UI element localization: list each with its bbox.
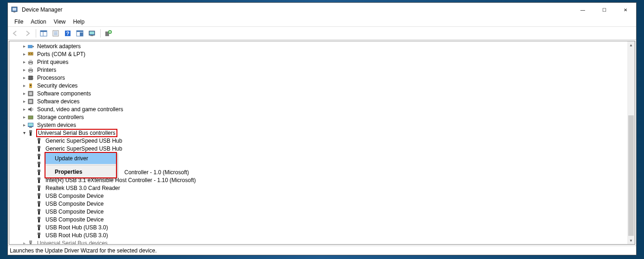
printer-icon: [27, 58, 34, 66]
tree-item-usb-device[interactable]: USB Composite Device: [9, 192, 627, 200]
svg-rect-77: [29, 240, 32, 243]
chevron-right-icon[interactable]: ▸: [21, 122, 27, 127]
chevron-right-icon[interactable]: ▸: [21, 91, 27, 96]
scroll-up-icon[interactable]: ▲: [627, 41, 635, 49]
tree-item-label: Realtek USB 3.0 Card Reader: [45, 185, 121, 191]
device-tree[interactable]: ▸ Network adapters ▸ Ports (COM & LPT) ▸…: [9, 41, 627, 244]
tree-item-ports[interactable]: ▸ Ports (COM & LPT): [9, 50, 627, 58]
tree-item-storage[interactable]: ▸ Storage controllers: [9, 113, 627, 121]
usb-icon: [35, 137, 43, 145]
tree-item-usb-device[interactable]: Generic SuperSpeed USB Hub: [9, 137, 627, 145]
software-icon: [27, 98, 34, 105]
svg-rect-26: [29, 60, 32, 62]
svg-rect-57: [38, 162, 40, 164]
svg-rect-59: [38, 170, 40, 172]
help-button[interactable]: ?: [62, 28, 73, 38]
svg-rect-30: [29, 71, 32, 72]
chevron-right-icon[interactable]: ▸: [21, 114, 27, 120]
tree-item-software-devices[interactable]: ▸ Software devices: [9, 97, 627, 105]
usb-icon: [35, 192, 43, 200]
usb-icon: [35, 145, 43, 152]
context-menu-update-driver[interactable]: Update driver: [45, 153, 116, 164]
svg-rect-66: [38, 196, 40, 199]
svg-rect-75: [38, 233, 40, 235]
menu-file[interactable]: File: [11, 18, 27, 26]
svg-rect-51: [38, 138, 40, 140]
tree-item-label: USB Root Hub (USB 3.0): [45, 224, 109, 231]
chevron-right-icon[interactable]: ▸: [21, 51, 27, 57]
chevron-right-icon[interactable]: ▸: [21, 44, 27, 49]
show-hide-button[interactable]: [38, 28, 49, 38]
tree-item-printers[interactable]: ▸ Printers: [9, 66, 627, 74]
tree-pane: ▸ Network adapters ▸ Ports (COM & LPT) ▸…: [9, 41, 635, 245]
menu-view[interactable]: View: [50, 18, 70, 26]
tree-item-usb-device[interactable]: USB Root Hub (USB 3.0): [9, 223, 627, 231]
tree-item-usb-devices[interactable]: ▸ Universal Serial Bus devices: [9, 239, 627, 244]
add-hardware-button[interactable]: [103, 28, 114, 38]
tree-item-label: Software components: [36, 90, 92, 97]
tree-item-processors[interactable]: ▸ Processors: [9, 74, 627, 82]
svg-rect-22: [28, 52, 33, 55]
usb-icon: [27, 129, 34, 137]
svg-rect-49: [30, 131, 30, 132]
context-menu-properties[interactable]: Properties: [45, 166, 116, 177]
update-button[interactable]: [74, 28, 85, 38]
tree-item-usb-device[interactable]: Realtek USB 3.0 Card Reader: [9, 184, 627, 192]
chevron-right-icon[interactable]: ▸: [21, 83, 27, 88]
system-icon: [27, 121, 34, 129]
toolbar-separator: [36, 29, 36, 38]
status-text: Launches the Update Driver Wizard for th…: [10, 247, 157, 254]
chevron-right-icon[interactable]: ▸: [21, 67, 27, 72]
scan-button[interactable]: [86, 28, 97, 38]
tree-item-usb-controllers[interactable]: ▾ Universal Serial Bus controllers: [9, 129, 627, 137]
tree-item-label: USB Composite Device: [45, 193, 104, 199]
tree-item-usb-device[interactable]: USB Composite Device: [9, 208, 627, 215]
svg-text:?: ?: [66, 31, 70, 36]
scrollbar-thumb[interactable]: [628, 115, 634, 236]
svg-rect-70: [38, 211, 40, 215]
tree-item-sound[interactable]: ▸ Sound, video and game controllers: [9, 105, 627, 113]
svg-point-24: [31, 53, 32, 54]
tree-item-label: USB Root Hub (USB 3.0): [45, 232, 109, 239]
tree-item-label: USB Composite Device: [45, 216, 104, 223]
tree-item-label: System devices: [36, 122, 77, 128]
svg-rect-45: [28, 123, 33, 126]
svg-rect-60: [38, 172, 40, 175]
maximize-button[interactable]: ☐: [593, 3, 615, 17]
tree-item-usb-device[interactable]: USB Composite Device: [9, 200, 627, 208]
tree-item-software-components[interactable]: ▸ Software components: [9, 89, 627, 97]
close-button[interactable]: ✕: [615, 3, 636, 17]
tree-item-usb-device[interactable]: Generic SuperSpeed USB Hub: [9, 145, 627, 152]
svg-rect-39: [29, 92, 32, 95]
chevron-right-icon[interactable]: ▸: [21, 99, 27, 104]
menu-help[interactable]: Help: [70, 18, 89, 26]
svg-rect-16: [90, 32, 94, 34]
chevron-down-icon[interactable]: ▾: [21, 130, 27, 135]
properties-button[interactable]: [50, 28, 61, 38]
tree-item-label: Generic SuperSpeed USB Hub: [45, 138, 123, 144]
usb-icon: [35, 169, 43, 176]
svg-rect-68: [38, 203, 40, 207]
chevron-right-icon[interactable]: ▸: [21, 75, 27, 80]
tree-item-usb-device[interactable]: USB Root Hub (USB 3.0): [9, 231, 627, 239]
scroll-down-icon[interactable]: ▼: [627, 237, 635, 244]
device-manager-window: Device Manager — ☐ ✕ File Action View He…: [7, 2, 637, 255]
tree-item-network[interactable]: ▸ Network adapters: [9, 42, 627, 50]
chip-icon: [27, 74, 34, 82]
tree-item-security[interactable]: ▸ Security devices: [9, 82, 627, 89]
tree-item-usb-device[interactable]: USB Composite Device: [9, 215, 627, 223]
chevron-right-icon[interactable]: ▸: [21, 107, 27, 112]
usb-icon: [35, 208, 43, 215]
tree-item-system[interactable]: ▸ System devices: [9, 121, 627, 129]
tree-item-print-queues[interactable]: ▸ Print queues: [9, 58, 627, 66]
tree-item-label: Print queues: [36, 59, 69, 65]
chevron-right-icon[interactable]: ▸: [21, 59, 27, 64]
minimize-button[interactable]: —: [572, 3, 593, 17]
app-icon: [11, 6, 18, 13]
forward-button: [22, 28, 33, 38]
menu-action[interactable]: Action: [27, 18, 50, 26]
window-controls: — ☐ ✕: [572, 3, 636, 17]
vertical-scrollbar[interactable]: ▲ ▼: [627, 41, 635, 244]
svg-rect-55: [38, 154, 40, 156]
chevron-right-icon[interactable]: ▸: [21, 240, 27, 244]
